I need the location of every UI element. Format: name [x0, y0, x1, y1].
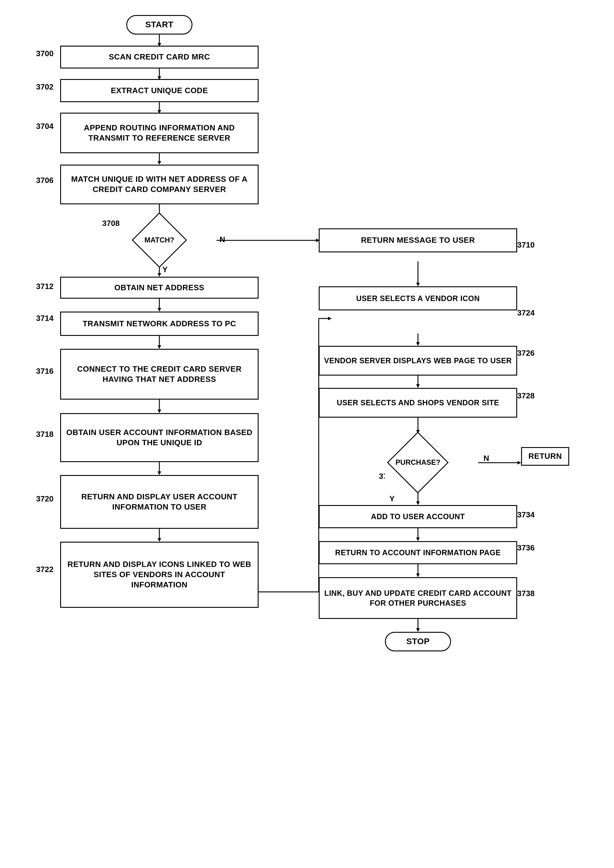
box-3706: MATCH UNIQUE ID WITH NET ADDRESS OF A CR…	[60, 165, 259, 204]
box-3712: OBTAIN NET ADDRESS	[60, 277, 259, 299]
box-3736: RETURN TO ACCOUNT INFORMATION PAGE	[319, 541, 517, 564]
label-3720: 3720	[36, 494, 53, 504]
diamond-3708: MATCH?	[126, 216, 193, 264]
box-3704: APPEND ROUTING INFORMATION AND TRANSMIT …	[60, 113, 259, 153]
label-3722: 3722	[36, 565, 53, 574]
box-3724: USER SELECTS A VENDOR ICON	[319, 286, 517, 310]
box-3700: SCAN CREDIT CARD MRC	[60, 46, 259, 68]
label-3726: 3726	[517, 349, 535, 358]
label-3704: 3704	[36, 122, 53, 131]
n-label-3708: N	[219, 235, 225, 244]
label-3738: 3738	[517, 589, 535, 598]
svg-marker-35	[416, 501, 420, 505]
box-3720: RETURN AND DISPLAY USER ACCOUNT INFORMAT…	[60, 475, 259, 529]
label-3724: 3724	[517, 308, 535, 318]
svg-marker-19	[157, 345, 161, 349]
svg-marker-41	[416, 628, 420, 632]
box-3732: RETURN	[521, 447, 569, 466]
box-3722: RETURN AND DISPLAY ICONS LINKED TO WEB S…	[60, 542, 259, 608]
y-label-3730: Y	[389, 494, 395, 504]
svg-marker-21	[157, 409, 161, 413]
label-3702: 3702	[36, 82, 53, 91]
diamond-3730: PURCHASE?	[385, 432, 451, 492]
y-label-3708: Y	[162, 265, 168, 274]
stop-node: STOP	[385, 632, 451, 651]
svg-marker-25	[157, 538, 161, 542]
label-3718: 3718	[36, 429, 53, 439]
start-node: START	[126, 15, 193, 34]
label-3728: 3728	[517, 391, 535, 400]
label-3700: 3700	[36, 49, 53, 58]
label-3714: 3714	[36, 314, 53, 323]
svg-marker-17	[157, 308, 161, 312]
svg-marker-39	[416, 574, 420, 577]
svg-marker-15	[157, 273, 161, 277]
label-3708: 3708	[102, 219, 120, 228]
svg-marker-29	[416, 384, 420, 388]
box-3714: TRANSMIT NETWORK ADDRESS TO PC	[60, 312, 259, 336]
svg-marker-23	[157, 471, 161, 475]
svg-marker-37	[416, 538, 420, 541]
label-3734: 3734	[517, 510, 535, 519]
box-3716: CONNECT TO THE CREDIT CARD SERVER HAVING…	[60, 349, 259, 400]
svg-marker-33	[518, 461, 521, 465]
label-3710: 3710	[517, 240, 535, 250]
svg-marker-13	[416, 283, 420, 286]
label-3712: 3712	[36, 282, 53, 291]
flowchart-diagram: START 3700 SCAN CREDIT CARD MRC 3702 EXT…	[0, 0, 614, 868]
box-3726: VENDOR SERVER DISPLAYS WEB PAGE TO USER	[319, 346, 517, 375]
svg-marker-7	[157, 161, 161, 165]
box-3734: ADD TO USER ACCOUNT	[319, 505, 517, 528]
label-3706: 3706	[36, 176, 53, 185]
label-3736: 3736	[517, 543, 535, 553]
box-3728: USER SELECTS AND SHOPS VENDOR SITE	[319, 388, 517, 418]
n-label-3730: N	[483, 454, 489, 463]
svg-marker-27	[416, 342, 420, 346]
svg-marker-45	[328, 317, 332, 320]
box-3738: LINK, BUY AND UPDATE CREDIT CARD ACCOUNT…	[319, 577, 517, 619]
box-3702: EXTRACT UNIQUE CODE	[60, 79, 259, 102]
box-3718: OBTAIN USER ACCOUNT INFORMATION BASED UP…	[60, 413, 259, 462]
label-3716: 3716	[36, 367, 53, 376]
box-3710: RETURN MESSAGE TO USER	[319, 228, 517, 253]
